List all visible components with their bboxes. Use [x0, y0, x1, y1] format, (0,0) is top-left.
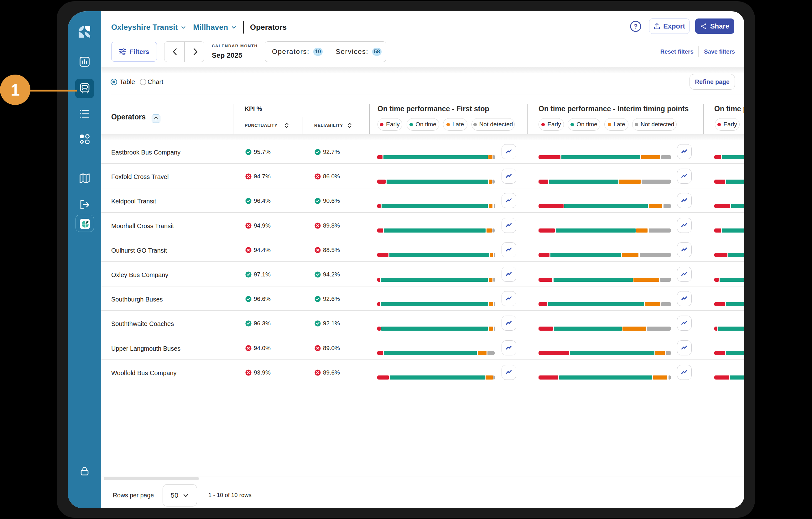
svg-text:?: ? — [634, 23, 638, 30]
